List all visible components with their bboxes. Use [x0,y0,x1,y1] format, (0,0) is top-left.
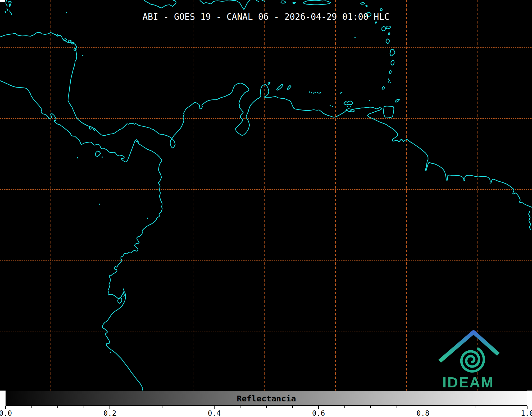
colorbar: Reflectancia [6,391,527,406]
map-area: ABI - GOES 19 - CANAL 06 - 2026-04-29 01… [0,0,532,391]
colorbar-tick [188,406,188,408]
colorbar-tick-label: 0.0 [0,409,16,417]
colorbar-tick-label: 0.4 [204,409,225,417]
colorbar-tick [266,406,267,408]
map-title: ABI - GOES 19 - CANAL 06 - 2026-04-29 01… [0,12,532,22]
colorbar-tick [475,406,475,408]
colorbar-tick [84,406,84,408]
colorbar-label: Reflectancia [6,391,527,406]
colorbar-tick [240,406,240,408]
colorbar-tick [57,406,58,408]
colorbar-tick [501,406,501,408]
colorbar-tick-label: 0.6 [308,409,329,417]
colorbar-tick [136,406,136,408]
logo-text: IDEAM [442,374,494,390]
colorbar-tick [344,406,345,408]
colorbar-tick [31,406,32,408]
colorbar-tick [292,406,293,408]
colorbar-tick-label: 1.0 [517,409,532,417]
logo-spiral-icon [461,349,484,372]
colorbar-tick [162,406,162,408]
corner-artifact [0,0,5,2]
ideam-logo: IDEAM [431,327,505,390]
colorbar-tick-label: 0.2 [99,409,120,417]
colorbar-tick-label: 0.8 [412,409,434,417]
colorbar-tick [449,406,449,408]
colorbar-tick [370,406,371,408]
colorbar-ticks: 0.00.20.40.60.81.0 [0,406,532,417]
satellite-image-viewer: ABI - GOES 19 - CANAL 06 - 2026-04-29 01… [0,0,532,417]
colorbar-band: Reflectancia 0.00.20.40.60.81.0 [0,391,532,417]
colorbar-tick [397,406,397,408]
